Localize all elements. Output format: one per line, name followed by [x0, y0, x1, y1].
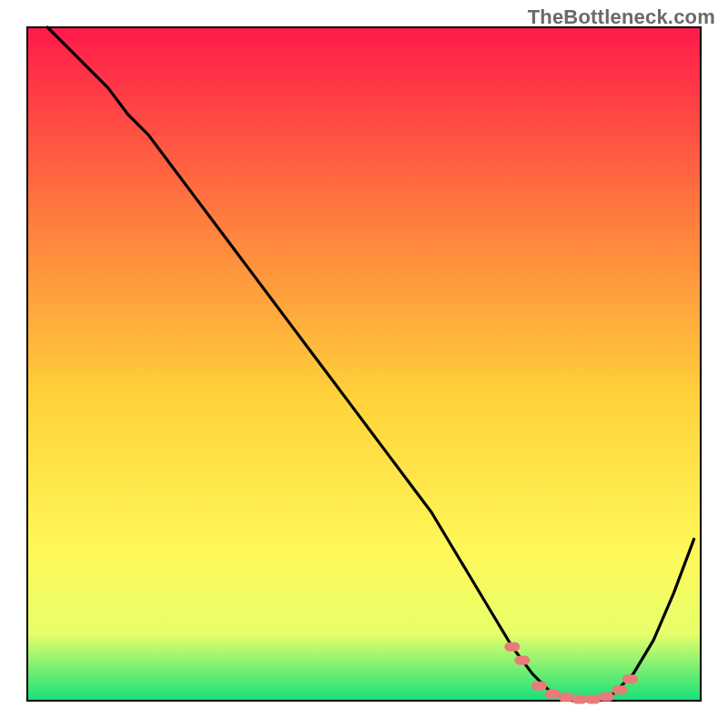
- marker-dot: [599, 693, 613, 701]
- plot-background: [27, 27, 701, 701]
- bottleneck-chart: [0, 0, 728, 728]
- marker-dot: [545, 690, 560, 698]
- marker-dot: [515, 656, 530, 664]
- marker-dot: [586, 695, 601, 703]
- marker-dot: [505, 642, 520, 651]
- marker-dot: [622, 675, 637, 683]
- marker-dot: [612, 686, 627, 694]
- chart-container: { "watermark": "TheBottleneck.com", "col…: [0, 0, 728, 728]
- marker-dot: [559, 693, 573, 702]
- marker-dot: [531, 682, 546, 690]
- marker-dot: [572, 695, 587, 703]
